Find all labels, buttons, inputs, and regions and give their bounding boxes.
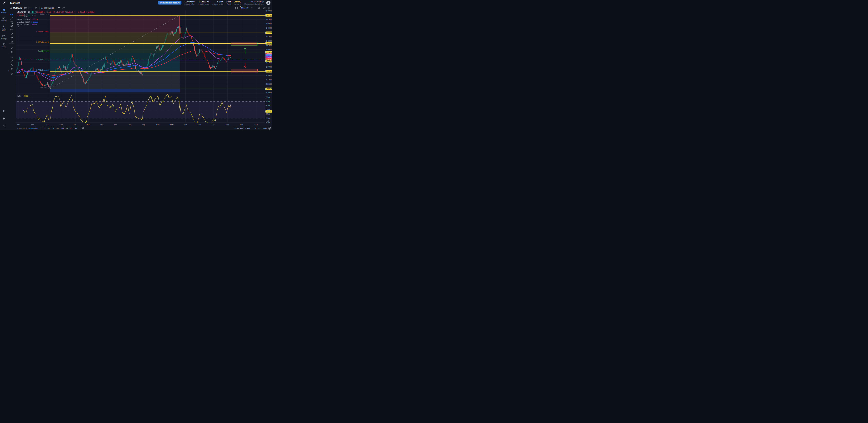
market-buzz-icon — [2, 24, 6, 28]
switch-to-real-account-button[interactable]: Switch to Real account — [158, 1, 181, 4]
tool-ruler[interactable] — [10, 46, 14, 50]
contrast-icon[interactable] — [2, 110, 5, 113]
price-tick: 1.43000 — [266, 36, 272, 37]
demo-badge: DEMO — [234, 1, 241, 3]
price-axis[interactable]: 1.490001.470001.460001.450001.430001.420… — [265, 10, 272, 123]
rsi-tick: 70.00 — [266, 100, 270, 102]
interval-button[interactable]: T — [30, 7, 31, 9]
tool-xabcd-pattern[interactable] — [10, 24, 14, 28]
gear-icon[interactable] — [262, 6, 266, 9]
search-icon — [9, 6, 12, 9]
fib-label-0: 0 (1.47920) — [16, 13, 49, 15]
range-button-3M[interactable]: 3M — [55, 127, 60, 129]
rsi-value: 46.01 — [24, 95, 28, 97]
sidebar-item-calendar[interactable]: Calendar — [0, 16, 8, 22]
price-tick: 1.46000 — [266, 23, 272, 25]
ema-200-legend[interactable]: EMA 200 close 01.38584 — [17, 18, 38, 20]
range-button-1D[interactable]: 1D — [41, 127, 46, 129]
account-stat: € 10000.00Available funds — [198, 1, 209, 5]
tool-draw[interactable] — [10, 59, 14, 63]
tool-brush[interactable] — [10, 32, 14, 36]
stat-value: € 10000.00 — [185, 1, 195, 3]
indicators-button[interactable]: ƒx Indikatoren — [41, 7, 55, 9]
account-stat: € 0.00Result — [226, 1, 231, 5]
tool-lock[interactable] — [10, 63, 14, 67]
tool-eye-hide[interactable] — [10, 67, 14, 71]
range-button-All[interactable]: All — [73, 127, 78, 129]
tool-trash[interactable] — [10, 72, 14, 76]
sidebar-item-messages[interactable]: Messages — [0, 34, 8, 40]
add-symbol-icon[interactable] — [24, 6, 27, 9]
user-email: dirk.friczewsky@gmail.com — [244, 3, 264, 5]
tool-text[interactable] — [10, 36, 14, 40]
camera-icon[interactable] — [268, 6, 271, 9]
page-title: Markets — [10, 1, 20, 4]
range-button-1Y[interactable]: 1Y — [65, 127, 69, 129]
price-tick: 1.36000 — [266, 66, 272, 68]
pane-settings-icon[interactable] — [267, 120, 270, 123]
stat-label: Account value — [184, 3, 195, 5]
tradingview-link[interactable]: TradingView — [27, 127, 37, 129]
time-axis[interactable]: MrzMaiJulSepNov2024MrzMaiJulSepNov2025Mr… — [16, 123, 272, 126]
sidebar-item-markets[interactable]: Markets — [0, 8, 8, 14]
sidebar-item-news[interactable]: News — [0, 42, 8, 48]
time-tick: Mrz — [17, 124, 20, 126]
tool-trend-line[interactable] — [10, 17, 14, 21]
time-tick: 2024 — [86, 124, 90, 126]
help-icon[interactable] — [2, 124, 5, 127]
chart-type-candles-icon[interactable] — [35, 6, 38, 9]
person-icon — [266, 1, 271, 5]
range-button-5Y[interactable]: 5Y — [69, 127, 73, 129]
undo-icon[interactable] — [58, 6, 61, 9]
range-button-6M[interactable]: 6M — [60, 127, 65, 129]
market-status-dot[interactable] — [32, 11, 33, 13]
stat-label: Invested funds — [212, 3, 223, 5]
goto-date-icon[interactable] — [80, 127, 85, 130]
rsi-period: 14 — [21, 95, 23, 97]
price-badge-1.37412: 1.37412 — [266, 60, 272, 62]
quantity-value[interactable]: 1 — [25, 16, 28, 17]
account-stats: € 10000.00Account value€ 10000.00Availab… — [184, 1, 231, 5]
tool-fib-retracement[interactable] — [10, 21, 14, 25]
demo-account-cell: DEMO Account — [234, 1, 241, 5]
chevron-down-icon[interactable] — [251, 6, 254, 9]
stat-value: € 10000.00 — [199, 1, 209, 3]
app-logo[interactable] — [0, 0, 8, 5]
tool-crosshair[interactable] — [10, 12, 14, 17]
price-badge-1.43907: 1.43907 — [266, 32, 272, 34]
panel-expand-arrow[interactable]: ❯ — [8, 69, 10, 73]
axis-settings-gear-icon[interactable] — [268, 127, 271, 130]
sidebar-item-market-buzz[interactable]: Market Buzz — [0, 24, 8, 32]
price-badge-1.34930: 1.34930 — [266, 70, 272, 72]
calendar-icon — [2, 16, 6, 20]
scale-button-auto[interactable]: auto — [263, 127, 267, 129]
time-tick: Sep — [226, 124, 229, 126]
chart-area: USDCAD · 1T O1.38381H1.38449L1.37660C1.3… — [16, 10, 272, 130]
checkmark-logo-icon — [2, 1, 6, 5]
clock[interactable]: 23:44:59 (UTC+2) — [235, 127, 250, 129]
save-button[interactable]: Speichern Speichern — [240, 6, 249, 10]
ema-50-legend[interactable]: EMA 50 close 01.37881 — [17, 24, 37, 26]
range-button-5D[interactable]: 5D — [46, 127, 51, 129]
scale-button-log[interactable]: log — [258, 127, 261, 129]
avatar[interactable] — [266, 1, 271, 5]
tool-emoji[interactable] — [10, 40, 14, 44]
range-button-1M[interactable]: 1M — [51, 127, 55, 129]
legend-collapse-button[interactable]: ^ — [17, 26, 20, 28]
scale-button-%[interactable]: % — [255, 127, 256, 129]
quick-search-icon[interactable] — [258, 6, 261, 9]
rsi-tick: 30.00 — [266, 117, 270, 119]
price-chart-canvas[interactable] — [16, 10, 265, 123]
legend-symbol[interactable]: USDCAD · 1T — [17, 11, 30, 13]
redo-icon[interactable] — [62, 6, 65, 9]
tool-zoom-in[interactable] — [10, 50, 14, 54]
ema-100-legend[interactable]: EMA 100 close 01.38025 — [17, 21, 38, 23]
fib-label-1: 1 (1.30917) — [16, 87, 49, 89]
symbol-search-button[interactable]: USDCAD — [9, 6, 22, 9]
sliders-icon[interactable] — [2, 117, 5, 120]
layout-panel-icon[interactable] — [235, 6, 238, 9]
fib-label-0.5: 0.5 (1.39419) — [16, 50, 49, 52]
tool-parallel-channel[interactable] — [10, 28, 14, 32]
user-info[interactable]: Dirk Friczewsky dirk.friczewsky@gmail.co… — [244, 0, 264, 5]
stat-value: € 0.00 — [226, 1, 231, 3]
